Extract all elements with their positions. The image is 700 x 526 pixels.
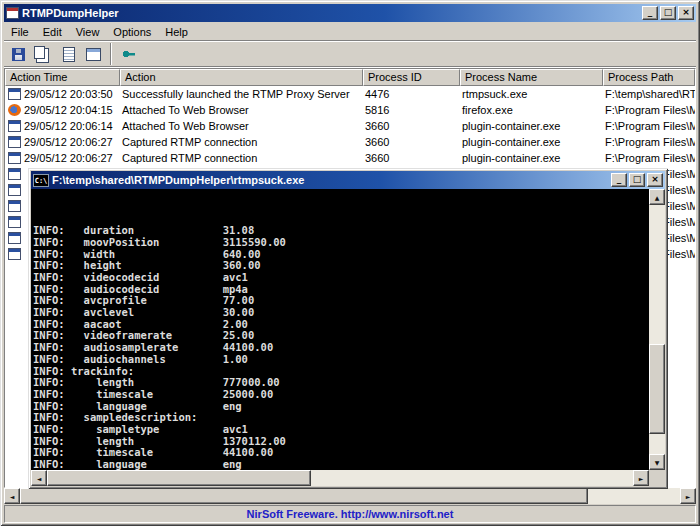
process-path: F:\Program Files\Mo bbox=[603, 136, 695, 148]
scroll-down-icon[interactable]: ▼ bbox=[649, 454, 665, 470]
column-header[interactable]: Process ID bbox=[363, 69, 460, 86]
table-row[interactable]: 29/05/12 20:04:15 Attached To Web Browse… bbox=[5, 102, 695, 118]
scrollbar-corner bbox=[649, 470, 665, 486]
nirsoft-link[interactable]: NirSoft Freeware. http://www.nirsoft.net bbox=[247, 508, 454, 520]
console-line: INFO: avclevel 30.00 bbox=[33, 307, 649, 319]
process-path: F:\Program Files\Mo bbox=[603, 104, 695, 116]
console-output: INFO: duration 31.08INFO: moovPosition 3… bbox=[31, 189, 649, 470]
process-path: F:\Program Files\Mo bbox=[603, 120, 695, 132]
process-id: 3660 bbox=[363, 152, 460, 164]
console-line: INFO: language eng bbox=[33, 459, 649, 470]
scrollbar-track[interactable] bbox=[649, 205, 665, 454]
action-time: 29/05/12 20:06:14 bbox=[24, 120, 113, 132]
app-window-icon bbox=[8, 216, 21, 228]
table-row[interactable]: 29/05/12 20:03:50 Successfully launched … bbox=[5, 86, 695, 102]
app-window-icon bbox=[8, 168, 21, 180]
console-maximize-button[interactable]: □ bbox=[629, 173, 645, 187]
action-time: 29/05/12 20:06:27 bbox=[24, 136, 113, 148]
scrollbar-thumb[interactable] bbox=[20, 488, 588, 504]
title-bar[interactable]: RTMPDumpHelper _ □ × bbox=[4, 4, 696, 22]
process-id: 3660 bbox=[363, 120, 460, 132]
action: Captured RTMP connection bbox=[120, 136, 363, 148]
toolbar-separator[interactable] bbox=[107, 43, 115, 65]
menu-item[interactable]: File bbox=[4, 24, 36, 40]
process-path: F:\Program Files\Mo bbox=[603, 152, 695, 164]
scrollbar-track[interactable] bbox=[47, 470, 633, 486]
app-window-icon bbox=[8, 248, 21, 260]
scroll-up-icon[interactable]: ▲ bbox=[649, 189, 665, 205]
table-row[interactable]: 29/05/12 20:06:27 Captured RTMP connecti… bbox=[5, 134, 695, 150]
table-header: Action TimeActionProcess IDProcess NameP… bbox=[5, 69, 695, 86]
action: Successfully launched the RTMP Proxy Ser… bbox=[120, 88, 363, 100]
status-bar: NirSoft Freeware. http://www.nirsoft.net bbox=[4, 505, 696, 523]
process-name: plugin-container.exe bbox=[460, 152, 603, 164]
scroll-right-icon[interactable]: ► bbox=[680, 488, 696, 504]
rtmpdumphelper-window: RTMPDumpHelper _ □ × FileEditViewOptions… bbox=[0, 0, 700, 526]
console-title-bar[interactable]: C:\ F:\temp\shared\RTMPDumpHelper\rtmpsu… bbox=[31, 171, 665, 189]
console-line: INFO: moovPosition 3115590.00 bbox=[33, 237, 649, 249]
scroll-right-icon[interactable]: ► bbox=[633, 470, 649, 486]
console-line: INFO: videocodecid avc1 bbox=[33, 272, 649, 284]
app-window-icon bbox=[8, 200, 21, 212]
console-title: F:\temp\shared\RTMPDumpHelper\rtmpsuck.e… bbox=[52, 174, 608, 186]
console-line: INFO: sampletype avc1 bbox=[33, 424, 649, 436]
menu-item[interactable]: View bbox=[69, 24, 107, 40]
console-minimize-button[interactable]: _ bbox=[611, 173, 627, 187]
copy-icon[interactable] bbox=[32, 43, 55, 65]
report-icon[interactable] bbox=[82, 43, 105, 65]
process-path: F:\temp\shared\RTM bbox=[603, 88, 695, 100]
exit-icon[interactable] bbox=[117, 43, 140, 65]
app-icon bbox=[6, 7, 19, 19]
horizontal-scrollbar[interactable]: ◄ ► bbox=[4, 488, 696, 504]
scrollbar-thumb[interactable] bbox=[649, 344, 665, 434]
menu-bar: FileEditViewOptionsHelp bbox=[4, 23, 696, 41]
save-icon[interactable] bbox=[7, 43, 30, 65]
table-row[interactable]: 29/05/12 20:06:14 Attached To Web Browse… bbox=[5, 118, 695, 134]
maximize-button[interactable]: □ bbox=[660, 6, 676, 20]
action-time: 29/05/12 20:06:27 bbox=[24, 152, 113, 164]
app-window-icon bbox=[8, 232, 21, 244]
action: Captured RTMP connection bbox=[120, 152, 363, 164]
toolbar bbox=[4, 42, 696, 67]
action: Attached To Web Browser bbox=[120, 120, 363, 132]
status-panel: NirSoft Freeware. http://www.nirsoft.net bbox=[4, 505, 696, 523]
menu-item[interactable]: Edit bbox=[36, 24, 69, 40]
scrollbar-track[interactable] bbox=[20, 488, 680, 504]
column-header[interactable]: Process Name bbox=[460, 69, 603, 86]
process-name: plugin-container.exe bbox=[460, 136, 603, 148]
console-horizontal-scrollbar[interactable]: ◄ ► bbox=[31, 470, 649, 486]
column-header[interactable]: Process Path bbox=[603, 69, 695, 86]
column-header[interactable]: Action bbox=[120, 69, 363, 86]
console-vertical-scrollbar[interactable]: ▲ ▼ bbox=[649, 189, 665, 470]
process-id: 5816 bbox=[363, 104, 460, 116]
action-time: 29/05/12 20:03:50 bbox=[24, 88, 113, 100]
app-window-icon bbox=[8, 136, 21, 148]
menu-item[interactable]: Options bbox=[106, 24, 158, 40]
app-window-icon bbox=[8, 184, 21, 196]
app-window-icon bbox=[8, 88, 21, 100]
process-id: 4476 bbox=[363, 88, 460, 100]
process-name: plugin-container.exe bbox=[460, 120, 603, 132]
process-name: rtmpsuck.exe bbox=[460, 88, 603, 100]
console-line: INFO: audiochannels 1.00 bbox=[33, 354, 649, 366]
table-row[interactable]: 29/05/12 20:06:27 Captured RTMP connecti… bbox=[5, 150, 695, 166]
action-time: 29/05/12 20:04:15 bbox=[24, 104, 113, 116]
minimize-button[interactable]: _ bbox=[642, 6, 658, 20]
close-button[interactable]: × bbox=[678, 6, 694, 20]
menu-item[interactable]: Help bbox=[158, 24, 195, 40]
app-window-icon bbox=[8, 152, 21, 164]
window-title: RTMPDumpHelper bbox=[22, 7, 639, 19]
cmd-icon: C:\ bbox=[33, 174, 49, 187]
action: Attached To Web Browser bbox=[120, 104, 363, 116]
scroll-left-icon[interactable]: ◄ bbox=[31, 470, 47, 486]
process-name: firefox.exe bbox=[460, 104, 603, 116]
firefox-icon bbox=[8, 104, 21, 116]
console-window: C:\ F:\temp\shared\RTMPDumpHelper\rtmpsu… bbox=[28, 168, 668, 489]
properties-icon[interactable] bbox=[57, 43, 80, 65]
scrollbar-thumb[interactable] bbox=[47, 470, 311, 486]
app-window-icon bbox=[8, 120, 21, 132]
console-close-button[interactable]: × bbox=[647, 173, 663, 187]
scroll-left-icon[interactable]: ◄ bbox=[4, 488, 20, 504]
column-header[interactable]: Action Time bbox=[5, 69, 120, 86]
console-line: INFO: timescale 25000.00 bbox=[33, 389, 649, 401]
